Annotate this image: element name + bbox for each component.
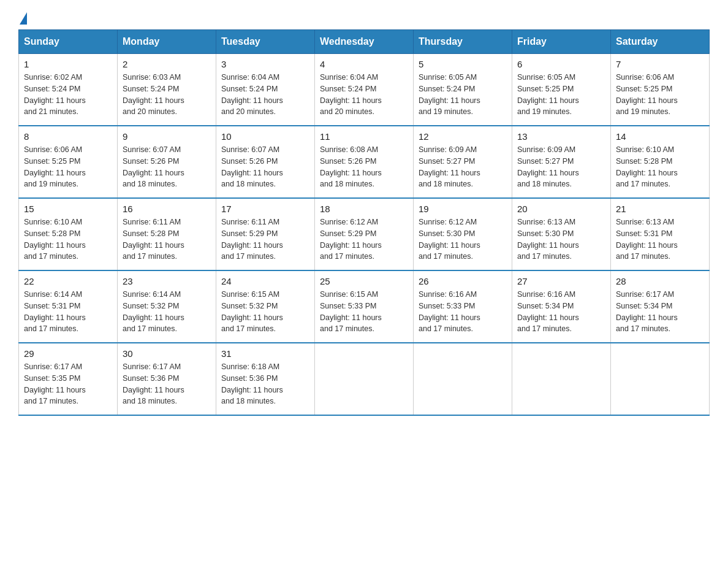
day-cell: 2 Sunrise: 6:03 AMSunset: 5:24 PMDayligh… bbox=[118, 54, 216, 126]
day-number: 19 bbox=[419, 204, 507, 214]
day-number: 31 bbox=[221, 348, 309, 359]
day-cell bbox=[611, 343, 710, 415]
day-info: Sunrise: 6:02 AMSunset: 5:24 PMDaylight:… bbox=[24, 72, 112, 118]
header-friday: Friday bbox=[512, 30, 611, 54]
day-info: Sunrise: 6:16 AMSunset: 5:33 PMDaylight:… bbox=[419, 289, 507, 335]
day-cell: 7 Sunrise: 6:06 AMSunset: 5:25 PMDayligh… bbox=[611, 54, 710, 126]
day-cell: 22 Sunrise: 6:14 AMSunset: 5:31 PMDaylig… bbox=[19, 270, 118, 343]
day-cell: 11 Sunrise: 6:08 AMSunset: 5:26 PMDaylig… bbox=[315, 126, 414, 198]
day-number: 13 bbox=[517, 131, 605, 142]
header-wednesday: Wednesday bbox=[315, 30, 414, 54]
day-cell: 24 Sunrise: 6:15 AMSunset: 5:32 PMDaylig… bbox=[216, 270, 315, 343]
day-cell: 13 Sunrise: 6:09 AMSunset: 5:27 PMDaylig… bbox=[512, 126, 611, 198]
day-cell: 10 Sunrise: 6:07 AMSunset: 5:26 PMDaylig… bbox=[216, 126, 315, 198]
day-number: 18 bbox=[320, 204, 408, 214]
day-cell: 31 Sunrise: 6:18 AMSunset: 5:36 PMDaylig… bbox=[216, 343, 315, 415]
day-cell: 30 Sunrise: 6:17 AMSunset: 5:36 PMDaylig… bbox=[118, 343, 216, 415]
day-cell: 3 Sunrise: 6:04 AMSunset: 5:24 PMDayligh… bbox=[216, 54, 315, 126]
day-cell: 19 Sunrise: 6:12 AMSunset: 5:30 PMDaylig… bbox=[414, 198, 512, 270]
day-cell: 18 Sunrise: 6:12 AMSunset: 5:29 PMDaylig… bbox=[315, 198, 414, 270]
day-cell: 29 Sunrise: 6:17 AMSunset: 5:35 PMDaylig… bbox=[19, 343, 118, 415]
day-cell bbox=[414, 343, 512, 415]
day-cell: 14 Sunrise: 6:10 AMSunset: 5:28 PMDaylig… bbox=[611, 126, 710, 198]
day-info: Sunrise: 6:06 AMSunset: 5:25 PMDaylight:… bbox=[24, 144, 112, 190]
day-number: 4 bbox=[320, 59, 408, 69]
week-row-1: 1 Sunrise: 6:02 AMSunset: 5:24 PMDayligh… bbox=[19, 54, 710, 126]
day-info: Sunrise: 6:07 AMSunset: 5:26 PMDaylight:… bbox=[123, 144, 211, 190]
day-info: Sunrise: 6:08 AMSunset: 5:26 PMDaylight:… bbox=[320, 144, 408, 190]
day-info: Sunrise: 6:10 AMSunset: 5:28 PMDaylight:… bbox=[616, 144, 704, 190]
day-cell: 6 Sunrise: 6:05 AMSunset: 5:25 PMDayligh… bbox=[512, 54, 611, 126]
day-cell bbox=[512, 343, 611, 415]
week-row-3: 15 Sunrise: 6:10 AMSunset: 5:28 PMDaylig… bbox=[19, 198, 710, 270]
day-number: 5 bbox=[419, 59, 507, 69]
day-info: Sunrise: 6:14 AMSunset: 5:31 PMDaylight:… bbox=[24, 289, 112, 335]
header-saturday: Saturday bbox=[611, 30, 710, 54]
day-info: Sunrise: 6:10 AMSunset: 5:28 PMDaylight:… bbox=[24, 216, 112, 262]
day-cell bbox=[315, 343, 414, 415]
day-number: 8 bbox=[24, 131, 112, 142]
day-number: 6 bbox=[517, 59, 605, 69]
header-tuesday: Tuesday bbox=[216, 30, 315, 54]
day-info: Sunrise: 6:17 AMSunset: 5:36 PMDaylight:… bbox=[123, 361, 211, 407]
day-cell: 16 Sunrise: 6:11 AMSunset: 5:28 PMDaylig… bbox=[118, 198, 216, 270]
calendar-table: SundayMondayTuesdayWednesdayThursdayFrid… bbox=[18, 29, 710, 416]
day-number: 15 bbox=[24, 204, 112, 214]
day-info: Sunrise: 6:16 AMSunset: 5:34 PMDaylight:… bbox=[517, 289, 605, 335]
day-number: 29 bbox=[24, 348, 112, 359]
day-info: Sunrise: 6:13 AMSunset: 5:30 PMDaylight:… bbox=[517, 216, 605, 262]
day-cell: 15 Sunrise: 6:10 AMSunset: 5:28 PMDaylig… bbox=[19, 198, 118, 270]
day-number: 3 bbox=[221, 59, 309, 69]
header-thursday: Thursday bbox=[414, 30, 512, 54]
day-info: Sunrise: 6:15 AMSunset: 5:33 PMDaylight:… bbox=[320, 289, 408, 335]
day-info: Sunrise: 6:09 AMSunset: 5:27 PMDaylight:… bbox=[517, 144, 605, 190]
day-info: Sunrise: 6:17 AMSunset: 5:34 PMDaylight:… bbox=[616, 289, 704, 335]
day-info: Sunrise: 6:13 AMSunset: 5:31 PMDaylight:… bbox=[616, 216, 704, 262]
day-number: 27 bbox=[517, 276, 605, 286]
day-cell: 8 Sunrise: 6:06 AMSunset: 5:25 PMDayligh… bbox=[19, 126, 118, 198]
day-cell: 9 Sunrise: 6:07 AMSunset: 5:26 PMDayligh… bbox=[118, 126, 216, 198]
day-number: 25 bbox=[320, 276, 408, 286]
header-sunday: Sunday bbox=[19, 30, 118, 54]
day-info: Sunrise: 6:11 AMSunset: 5:28 PMDaylight:… bbox=[123, 216, 211, 262]
day-number: 16 bbox=[123, 204, 211, 214]
day-number: 2 bbox=[123, 59, 211, 69]
day-number: 17 bbox=[221, 204, 309, 214]
day-number: 24 bbox=[221, 276, 309, 286]
day-cell: 26 Sunrise: 6:16 AMSunset: 5:33 PMDaylig… bbox=[414, 270, 512, 343]
day-cell: 23 Sunrise: 6:14 AMSunset: 5:32 PMDaylig… bbox=[118, 270, 216, 343]
day-number: 1 bbox=[24, 59, 112, 69]
logo bbox=[18, 12, 27, 23]
day-number: 12 bbox=[419, 131, 507, 142]
day-cell: 4 Sunrise: 6:04 AMSunset: 5:24 PMDayligh… bbox=[315, 54, 414, 126]
day-number: 10 bbox=[221, 131, 309, 142]
day-info: Sunrise: 6:05 AMSunset: 5:24 PMDaylight:… bbox=[419, 72, 507, 118]
day-info: Sunrise: 6:12 AMSunset: 5:29 PMDaylight:… bbox=[320, 216, 408, 262]
day-cell: 1 Sunrise: 6:02 AMSunset: 5:24 PMDayligh… bbox=[19, 54, 118, 126]
day-info: Sunrise: 6:04 AMSunset: 5:24 PMDaylight:… bbox=[221, 72, 309, 118]
day-cell: 21 Sunrise: 6:13 AMSunset: 5:31 PMDaylig… bbox=[611, 198, 710, 270]
day-info: Sunrise: 6:14 AMSunset: 5:32 PMDaylight:… bbox=[123, 289, 211, 335]
day-info: Sunrise: 6:05 AMSunset: 5:25 PMDaylight:… bbox=[517, 72, 605, 118]
day-cell: 12 Sunrise: 6:09 AMSunset: 5:27 PMDaylig… bbox=[414, 126, 512, 198]
day-info: Sunrise: 6:04 AMSunset: 5:24 PMDaylight:… bbox=[320, 72, 408, 118]
page-header bbox=[18, 12, 710, 23]
day-number: 23 bbox=[123, 276, 211, 286]
day-info: Sunrise: 6:17 AMSunset: 5:35 PMDaylight:… bbox=[24, 361, 112, 407]
day-number: 7 bbox=[616, 59, 704, 69]
day-cell: 27 Sunrise: 6:16 AMSunset: 5:34 PMDaylig… bbox=[512, 270, 611, 343]
day-info: Sunrise: 6:18 AMSunset: 5:36 PMDaylight:… bbox=[221, 361, 309, 407]
day-number: 26 bbox=[419, 276, 507, 286]
week-row-5: 29 Sunrise: 6:17 AMSunset: 5:35 PMDaylig… bbox=[19, 343, 710, 415]
day-cell: 5 Sunrise: 6:05 AMSunset: 5:24 PMDayligh… bbox=[414, 54, 512, 126]
day-cell: 25 Sunrise: 6:15 AMSunset: 5:33 PMDaylig… bbox=[315, 270, 414, 343]
day-number: 21 bbox=[616, 204, 704, 214]
day-info: Sunrise: 6:11 AMSunset: 5:29 PMDaylight:… bbox=[221, 216, 309, 262]
day-cell: 17 Sunrise: 6:11 AMSunset: 5:29 PMDaylig… bbox=[216, 198, 315, 270]
day-info: Sunrise: 6:06 AMSunset: 5:25 PMDaylight:… bbox=[616, 72, 704, 118]
logo-triangle-icon bbox=[20, 12, 27, 25]
day-number: 28 bbox=[616, 276, 704, 286]
day-number: 9 bbox=[123, 131, 211, 142]
header-monday: Monday bbox=[118, 30, 216, 54]
day-info: Sunrise: 6:07 AMSunset: 5:26 PMDaylight:… bbox=[221, 144, 309, 190]
